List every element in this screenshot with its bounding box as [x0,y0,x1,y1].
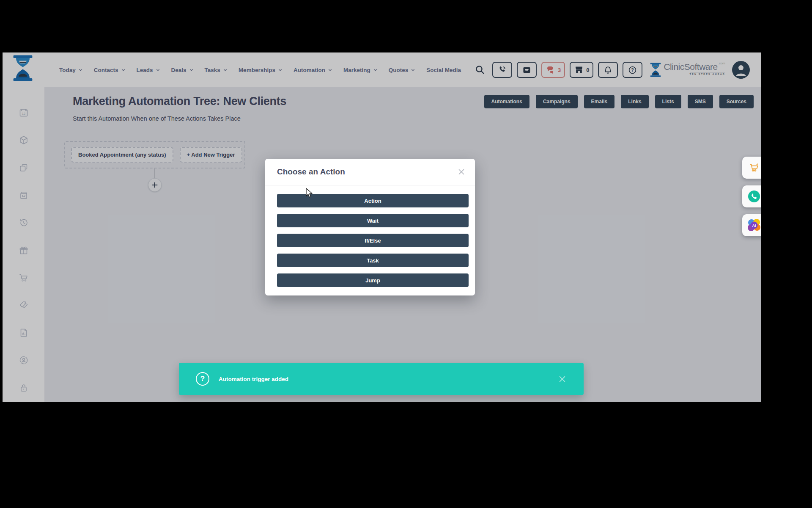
orange-cart-icon [749,162,760,173]
wait-button[interactable]: Wait [277,214,469,227]
success-toast: ? Automation trigger added [179,363,584,395]
choose-action-modal: Choose an Action Action Wait If/Else Tas… [265,159,475,295]
toast-close-icon[interactable] [559,375,566,383]
modal-header: Choose an Action [265,159,475,185]
question-circle-icon: ? [196,372,209,386]
whatsapp-call-button[interactable] [742,185,761,207]
toast-message: Automation trigger added [219,376,559,382]
task-button[interactable]: Task [277,254,469,267]
mouse-cursor [305,188,315,199]
modal-body: Action Wait If/Else Task Jump [265,185,475,287]
shop-cart-button[interactable] [742,157,761,179]
app-window: Today Contacts Leads Deals Tasks Members… [3,52,761,402]
floating-quick-actions: AI [742,157,761,236]
green-phone-icon [747,190,761,203]
svg-text:AI: AI [752,224,756,228]
jump-button[interactable]: Jump [277,273,469,287]
modal-title: Choose an Action [277,167,345,177]
if-else-button[interactable]: If/Else [277,234,469,247]
ai-icon: AI [747,218,761,232]
close-icon[interactable] [458,168,465,175]
ai-assistant-button[interactable]: AI [742,214,761,236]
